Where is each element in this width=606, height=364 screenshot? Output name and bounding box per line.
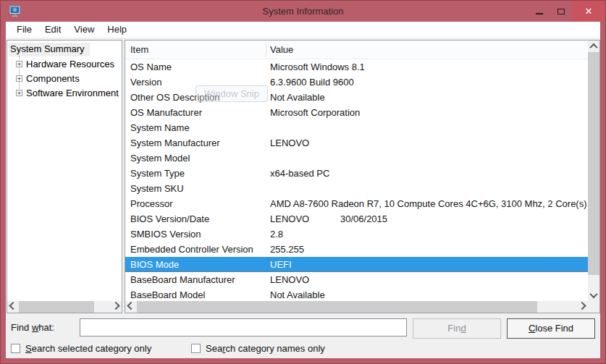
chevron-left-icon [9, 302, 17, 310]
search-category-names-checkbox[interactable] [191, 344, 201, 353]
column-header-value[interactable]: Value [270, 41, 293, 59]
value-cell: LENOVO [270, 135, 586, 151]
tree-item-label: Software Environment [26, 88, 119, 98]
tree-item-system-summary[interactable]: System Summary [9, 43, 90, 56]
window-title: System Information [1, 1, 605, 22]
item-cell: BaseBoard Model [130, 287, 205, 301]
find-what-label: Find what: [11, 319, 54, 337]
scrollbar-thumb[interactable] [588, 52, 599, 275]
item-cell: System Type [130, 166, 185, 181]
item-cell: BaseBoard Manufacturer [130, 272, 235, 287]
tree-item-software-environment[interactable]: +Software Environment [7, 85, 122, 100]
table-row[interactable]: System SKU [125, 181, 588, 196]
value-cell: LENOVO [270, 272, 586, 287]
scroll-left-button[interactable] [125, 301, 137, 313]
tree-item-label: Components [26, 73, 80, 84]
scroll-up-button[interactable] [588, 41, 599, 52]
column-header-item[interactable]: Item [130, 41, 148, 59]
value-cell: 6.3.9600 Build 9600 [270, 75, 586, 90]
tree-item-hardware-resources[interactable]: +Hardware Resources [7, 56, 122, 71]
window-controls: ✕ [529, 1, 605, 22]
window-body: FileEditViewHelp System Summary +Hardwar… [6, 22, 600, 358]
table-row[interactable]: Embedded Controller Version255.255 [125, 242, 588, 257]
item-cell: BIOS Mode [130, 257, 179, 272]
item-cell: Processor [130, 196, 173, 211]
table-row[interactable]: ProcessorAMD A8-7600 Radeon R7, 10 Compu… [125, 196, 588, 211]
table-row[interactable]: System Name [125, 120, 588, 135]
maximize-button[interactable] [550, 1, 572, 22]
search-category-names-option: Search category names only [191, 343, 325, 354]
item-cell: BIOS Version/Date [130, 211, 209, 227]
table-row[interactable]: BIOS Version/DateLENOVO30/06/2015 [125, 211, 588, 227]
table-row[interactable]: OS ManufacturerMicrosoft Corporation [125, 105, 588, 120]
chevron-up-icon [589, 43, 597, 51]
tree-children: +Hardware Resources+Components+Software … [7, 56, 122, 100]
title-bar[interactable]: System Information ✕ [1, 1, 605, 22]
menu-view[interactable]: View [67, 22, 101, 37]
scroll-down-button[interactable] [588, 289, 599, 301]
chevron-left-icon [127, 302, 135, 310]
search-selected-category-label: Search selected category only [25, 343, 151, 354]
vertical-scrollbar[interactable] [588, 41, 599, 301]
scroll-right-button[interactable] [110, 301, 122, 313]
category-tree-panel: System Summary +Hardware Resources+Compo… [7, 40, 122, 313]
value-cell: 255.255 [270, 242, 586, 257]
chevron-down-icon [589, 290, 597, 298]
table-row[interactable]: OS NameMicrosoft Windows 8.1 [125, 59, 588, 75]
value-cell: Microsoft Windows 8.1 [270, 59, 586, 75]
table-row[interactable]: Version6.3.9600 Build 9600 [125, 75, 588, 90]
scroll-left-button[interactable] [7, 301, 19, 313]
item-cell: System Model [130, 151, 190, 166]
table-row[interactable]: System Typex64-based PC [125, 166, 588, 181]
table-row[interactable]: BIOS ModeUEFI [125, 257, 588, 272]
find-button[interactable]: Find [413, 318, 501, 339]
table-row[interactable]: SMBIOS Version2.8 [125, 227, 588, 242]
item-cell: Other OS Description [130, 90, 220, 105]
minimize-icon [536, 13, 543, 14]
chevron-right-icon [578, 302, 586, 310]
menu-bar: FileEditViewHelp [6, 22, 600, 38]
value2-cell: 30/06/2015 [340, 211, 387, 227]
item-cell: SMBIOS Version [130, 227, 201, 242]
table-row[interactable]: System ManufacturerLENOVO [125, 135, 588, 151]
scrollbar-corner [588, 301, 599, 313]
menu-edit[interactable]: Edit [38, 22, 67, 37]
menu-file[interactable]: File [10, 22, 38, 37]
table-row[interactable]: BaseBoard ModelNot Available [125, 287, 588, 301]
table-row[interactable]: Other OS DescriptionNot Available [125, 90, 588, 105]
value-cell: Not Available [270, 287, 586, 301]
find-input[interactable] [80, 318, 407, 337]
column-divider[interactable] [266, 43, 266, 56]
item-cell: Embedded Controller Version [130, 242, 253, 257]
value-cell: Microsoft Corporation [270, 105, 586, 120]
tree-item-components[interactable]: +Components [7, 71, 122, 85]
scrollbar-thumb[interactable] [19, 301, 94, 313]
table-horizontal-scrollbar[interactable] [125, 301, 588, 313]
close-button[interactable]: ✕ [572, 1, 605, 22]
close-find-button[interactable]: Close Find [507, 318, 595, 339]
search-selected-category-option: Search selected category only [11, 343, 151, 354]
details-table-panel: Item Value OS NameMicrosoft Windows 8.1V… [125, 40, 600, 313]
search-category-names-label: Search category names only [206, 343, 325, 354]
table-row[interactable]: BaseBoard ManufacturerLENOVO [125, 272, 588, 287]
close-icon: ✕ [585, 6, 593, 17]
scroll-right-button[interactable] [576, 301, 588, 313]
item-cell: System SKU [130, 181, 184, 196]
item-cell: System Name [130, 120, 190, 135]
value-cell: x64-based PC [270, 166, 586, 181]
menu-help[interactable]: Help [101, 22, 133, 37]
search-selected-category-checkbox[interactable] [11, 344, 20, 353]
value-cell: 2.8 [270, 227, 586, 242]
table-row[interactable]: System Model [125, 151, 588, 166]
scrollbar-thumb[interactable] [137, 301, 537, 313]
expand-plus-icon[interactable]: + [16, 61, 22, 67]
tree-item-label: Hardware Resources [26, 59, 114, 69]
tree-horizontal-scrollbar[interactable] [7, 301, 122, 313]
chevron-right-icon [111, 302, 119, 310]
minimize-button[interactable] [529, 1, 550, 22]
expand-plus-icon[interactable]: + [16, 90, 22, 96]
system-information-window: System Information ✕ FileEditViewHelp Sy… [0, 0, 606, 364]
expand-plus-icon[interactable]: + [16, 75, 22, 82]
item-cell: OS Manufacturer [130, 105, 202, 120]
value-cell: UEFI [270, 257, 586, 272]
